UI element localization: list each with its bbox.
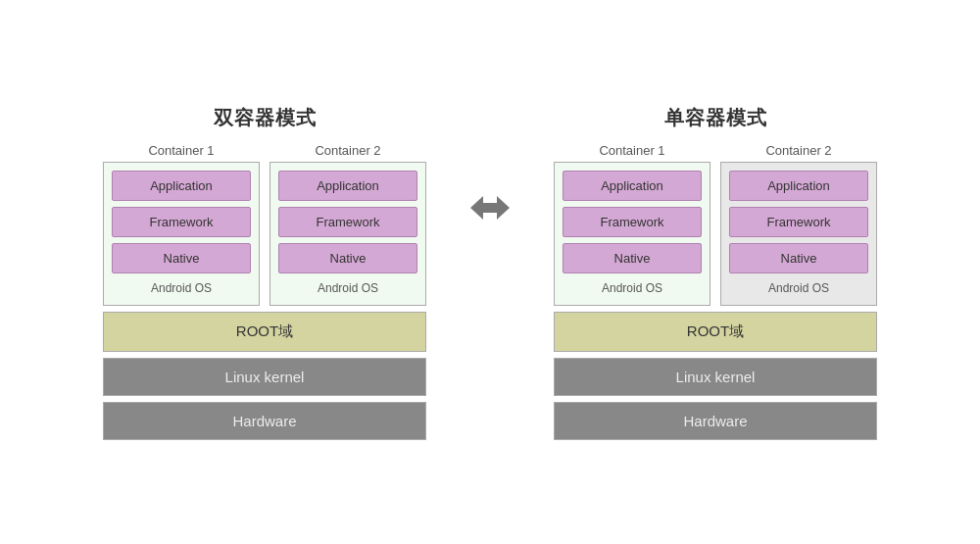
right-bottom-layers: ROOT域 Linux kernel Hardware <box>554 312 877 440</box>
left-c2-native: Native <box>278 243 417 273</box>
left-container1-box: Application Framework Native Android OS <box>103 162 260 306</box>
left-linux-layer: Linux kernel <box>103 358 426 396</box>
left-containers-row: Container 1 Application Framework Native… <box>103 143 426 306</box>
right-c1-application: Application <box>563 171 702 201</box>
left-container2-box: Application Framework Native Android OS <box>270 162 426 306</box>
left-root-layer: ROOT域 <box>103 312 426 352</box>
right-containers-row: Container 1 Application Framework Native… <box>554 143 877 306</box>
left-container1-wrapper: Container 1 Application Framework Native… <box>103 143 260 306</box>
right-container2-label: Container 2 <box>720 143 877 158</box>
right-c2-framework: Framework <box>729 207 868 237</box>
left-c1-native: Native <box>112 243 251 273</box>
right-c2-application: Application <box>729 171 868 201</box>
right-container1-wrapper: Container 1 Application Framework Native… <box>554 143 710 306</box>
right-container1-box: Application Framework Native Android OS <box>554 162 710 306</box>
left-container2-wrapper: Container 2 Application Framework Native… <box>270 143 426 306</box>
left-c1-application: Application <box>112 171 251 201</box>
svg-marker-0 <box>470 196 510 220</box>
right-c2-native: Native <box>729 243 868 273</box>
left-c2-framework: Framework <box>278 207 417 237</box>
right-c1-native: Native <box>563 243 702 273</box>
right-container2-box: Application Framework Native Android OS <box>720 162 877 306</box>
right-linux-layer: Linux kernel <box>554 358 877 396</box>
left-hardware-layer: Hardware <box>103 402 426 440</box>
right-diagram: 单容器模式 Container 1 Application Framework … <box>554 105 877 440</box>
left-diagram: 双容器模式 Container 1 Application Framework … <box>103 105 426 440</box>
right-root-layer: ROOT域 <box>554 312 877 352</box>
right-title: 单容器模式 <box>664 105 767 131</box>
left-c2-android-os: Android OS <box>278 279 417 297</box>
arrow-wrapper <box>466 183 514 232</box>
double-headed-arrow-icon <box>466 183 514 232</box>
right-c1-framework: Framework <box>563 207 702 237</box>
right-c1-android-os: Android OS <box>563 279 702 297</box>
left-title: 双容器模式 <box>214 105 317 131</box>
left-bottom-layers: ROOT域 Linux kernel Hardware <box>103 312 426 440</box>
left-c2-application: Application <box>278 171 417 201</box>
right-container1-label: Container 1 <box>554 143 710 158</box>
left-c1-framework: Framework <box>112 207 251 237</box>
main-wrapper: 双容器模式 Container 1 Application Framework … <box>0 85 980 460</box>
right-container2-wrapper: Container 2 Application Framework Native… <box>720 143 877 306</box>
left-container1-label: Container 1 <box>103 143 260 158</box>
right-hardware-layer: Hardware <box>554 402 877 440</box>
left-container2-label: Container 2 <box>270 143 426 158</box>
right-c2-android-os: Android OS <box>729 279 868 297</box>
left-c1-android-os: Android OS <box>112 279 251 297</box>
